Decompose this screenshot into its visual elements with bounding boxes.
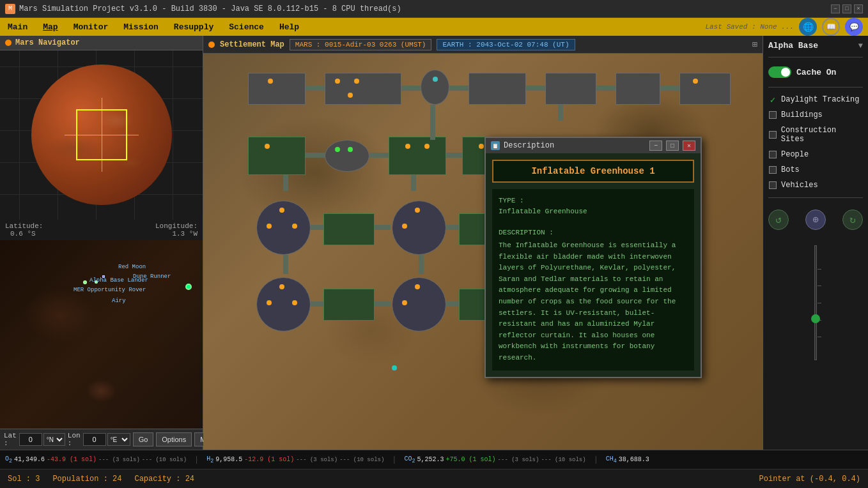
- o2-symbol: O2: [5, 455, 12, 464]
- bots-label[interactable]: Bots: [781, 165, 800, 174]
- bots-row[interactable]: Bots: [768, 164, 863, 176]
- struct-top5[interactable]: [545, 73, 596, 105]
- struct-r4-2[interactable]: [323, 289, 375, 321]
- book-icon[interactable]: 📖: [822, 18, 840, 36]
- menu-mission[interactable]: Mission: [121, 21, 161, 33]
- globe-icon[interactable]: 🌐: [799, 18, 817, 36]
- zoom-slider[interactable]: [768, 239, 863, 367]
- discord-icon[interactable]: 💬: [845, 18, 863, 36]
- menu-resupply[interactable]: Resupply: [171, 21, 216, 33]
- base-dropdown-icon[interactable]: ▼: [858, 42, 863, 50]
- maximize-icon[interactable]: ⊞: [752, 39, 757, 50]
- lat-input[interactable]: [19, 433, 42, 446]
- description-dialog: 📋 Description − □ ✕ Inflatable Greenhous…: [484, 137, 702, 378]
- ch4-symbol: CH4: [606, 455, 617, 464]
- dot-g2: [335, 147, 340, 152]
- rotate-left-icon[interactable]: ↺: [768, 210, 789, 230]
- mars-globe[interactable]: [31, 65, 172, 205]
- dialog-minimize[interactable]: −: [649, 141, 662, 151]
- mars-time-badge: MARS : 0015-Adir-03 0263 (UMST): [290, 39, 432, 50]
- connector-2: [401, 86, 421, 91]
- bottom-status: Sol : 3 Population : 24 Capacity : 24 Po…: [0, 469, 868, 488]
- sol-status: Sol : 3: [8, 475, 40, 484]
- cache-toggle-row: Cache On: [768, 64, 863, 80]
- lon-input[interactable]: [83, 433, 106, 446]
- window-controls: − □ ×: [831, 4, 863, 13]
- daylight-tracking-label[interactable]: Daylight Tracking: [781, 95, 859, 104]
- dot-teal-bottom: [392, 365, 397, 370]
- vconn-r4-1: [283, 255, 288, 274]
- center-icon[interactable]: ⊕: [805, 210, 826, 230]
- coords-row: Latitude: 0.6 °S Longitude: 1.3 °W: [0, 220, 203, 240]
- daylight-tracking-row[interactable]: ✓ Daylight Tracking: [768, 94, 863, 105]
- connector-3: [449, 86, 469, 91]
- menubar-right: Last Saved : None ... 🌐 📖 💬: [705, 18, 863, 36]
- minimize-button[interactable]: −: [831, 4, 840, 13]
- struct-top4[interactable]: [469, 73, 526, 105]
- struct-circle2[interactable]: [392, 201, 446, 255]
- people-check-icon: [768, 150, 777, 159]
- people-label[interactable]: People: [781, 150, 809, 159]
- settlement-map-canvas[interactable]: 📋 Description − □ ✕ Inflatable Greenhous…: [203, 54, 763, 450]
- struct-top6[interactable]: [616, 73, 660, 105]
- zoom-thumb[interactable]: [811, 314, 820, 323]
- vehicles-label[interactable]: Vehicles: [781, 181, 818, 190]
- dot-teal1: [433, 77, 438, 82]
- struct-habitat2[interactable]: [325, 73, 401, 105]
- struct-circle3[interactable]: [256, 277, 311, 332]
- menu-help[interactable]: Help: [277, 21, 302, 33]
- go-button[interactable]: Go: [133, 432, 154, 446]
- settlement-tab[interactable]: Settlement Map: [220, 40, 284, 49]
- base-name: Alpha Base: [768, 41, 856, 50]
- construction-sites-row[interactable]: Construction Sites: [768, 125, 863, 145]
- o2-reading: O2 41,349.6 -43.9 (1 sol) --- (3 sols) -…: [5, 455, 187, 464]
- bots-check-icon: [768, 165, 777, 174]
- toggle-knob: [781, 68, 790, 77]
- construction-sites-label[interactable]: Construction Sites: [781, 126, 863, 144]
- menu-science[interactable]: Science: [226, 21, 267, 33]
- menu-main[interactable]: Main: [5, 21, 30, 33]
- mars-globe-area: [0, 50, 203, 220]
- zoom-track[interactable]: [814, 245, 817, 360]
- dot-g6: [479, 144, 484, 149]
- dialog-restore[interactable]: □: [666, 141, 679, 151]
- left-panel: Mars Navigator: [0, 36, 203, 450]
- cache-toggle[interactable]: [768, 66, 791, 78]
- dot-g5: [424, 144, 430, 149]
- vehicles-row[interactable]: Vehicles: [768, 179, 863, 191]
- menu-map[interactable]: Map: [40, 21, 60, 33]
- co2-3sol: --- (3 sols): [498, 457, 539, 463]
- rotate-right-icon[interactable]: ↻: [842, 210, 863, 230]
- close-button[interactable]: ×: [854, 4, 863, 13]
- struct-circle1[interactable]: [256, 201, 311, 255]
- terrain-map[interactable]: Red Moon Dune Runner Alpha Base Lander M…: [0, 240, 203, 429]
- people-row[interactable]: People: [768, 149, 863, 160]
- co2-symbol: CO2: [405, 455, 415, 464]
- lat-dir-select[interactable]: °N °S: [43, 433, 65, 446]
- struct-greenhouse2[interactable]: [248, 137, 306, 175]
- struct-circle4[interactable]: [392, 277, 446, 332]
- struct-habitat1[interactable]: [248, 73, 306, 105]
- lon-dir-select[interactable]: °E °W: [107, 433, 130, 446]
- vconn-r3-2: [411, 175, 416, 191]
- dialog-titlebar[interactable]: 📋 Description − □ ✕: [486, 138, 701, 153]
- conn-r2-3: [446, 153, 462, 158]
- menu-monitor[interactable]: Monitor: [71, 21, 111, 33]
- status-bar: O2 41,349.6 -43.9 (1 sol) --- (3 sols) -…: [0, 450, 868, 469]
- dialog-building-name: Inflatable Greenhouse 1: [492, 160, 694, 183]
- buildings-label[interactable]: Buildings: [781, 111, 823, 119]
- nav-header: Mars Navigator: [0, 36, 203, 50]
- longitude-value: 1.3 °W: [172, 230, 198, 238]
- struct-greenhouse3[interactable]: [389, 137, 446, 175]
- buildings-row[interactable]: Buildings: [768, 109, 863, 121]
- vconn-r3-1: [283, 175, 288, 191]
- struct-r2-2[interactable]: [325, 140, 369, 172]
- struct-top7[interactable]: [679, 73, 731, 105]
- struct-eva1[interactable]: [421, 70, 449, 105]
- maximize-button[interactable]: □: [842, 4, 851, 13]
- options-button[interactable]: Options: [156, 432, 192, 446]
- map-dot-airy: [185, 284, 192, 290]
- dot-c2: [267, 224, 272, 229]
- dialog-close[interactable]: ✕: [683, 141, 695, 151]
- struct-r3-2[interactable]: [323, 213, 375, 245]
